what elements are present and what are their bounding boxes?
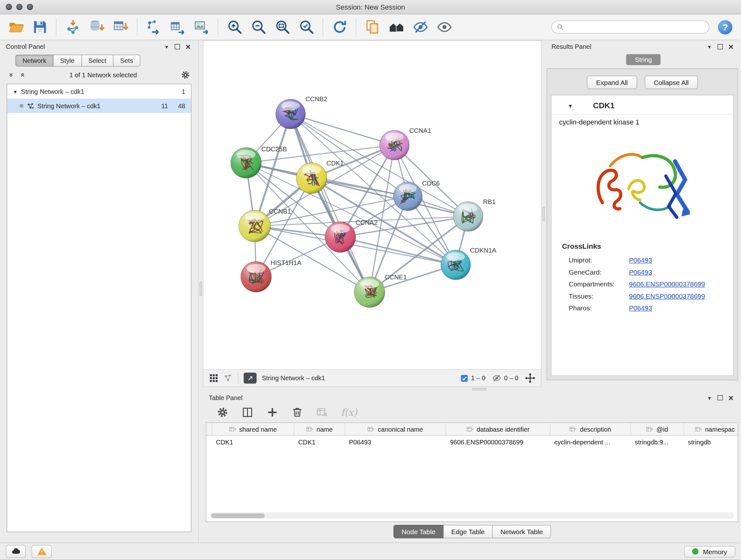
crosslink-label: Compartments: — [569, 280, 629, 288]
create-column-plus-icon[interactable] — [266, 406, 279, 419]
column-header-shared-name[interactable]: shared name — [212, 423, 294, 435]
results-panel-maximize-button[interactable] — [718, 44, 723, 50]
selected-checkbox-icon[interactable] — [461, 374, 468, 382]
column-header-namespac[interactable]: namespac — [684, 423, 738, 435]
control-panel-float-button[interactable]: ▾ — [162, 44, 171, 50]
help-button[interactable]: ? — [718, 20, 732, 34]
table-panel-float-button[interactable]: ▾ — [705, 394, 714, 401]
column-header-canonical-name[interactable]: canonical name — [345, 423, 447, 435]
horizontal-splitter[interactable] — [203, 387, 741, 391]
new-network-from-selection-button[interactable] — [143, 17, 165, 38]
tab-sets[interactable]: Sets — [113, 55, 140, 67]
crosslink-link[interactable]: P06493 — [629, 304, 652, 312]
gear-icon[interactable] — [181, 70, 191, 80]
table-cell[interactable]: cyclin-dependent ... — [550, 438, 631, 446]
tab-network[interactable]: Network — [15, 55, 53, 67]
export-image-button[interactable] — [191, 17, 212, 38]
zoom-out-button[interactable] — [248, 17, 270, 38]
overview-toggle-icon[interactable] — [224, 374, 233, 383]
table-cell[interactable]: CDK1 — [212, 438, 294, 446]
fit-content-crosshair-icon[interactable] — [525, 373, 536, 383]
grid-mode-icon[interactable] — [209, 374, 219, 383]
expand-all-button[interactable]: Expand All — [587, 76, 636, 89]
table-cell[interactable]: stringdb:9... — [631, 438, 684, 446]
results-panel-close-button[interactable]: × — [727, 43, 735, 51]
column-header-description[interactable]: description — [550, 423, 631, 435]
minimize-window-button[interactable] — [16, 4, 23, 10]
scrollbar-thumb[interactable] — [211, 513, 265, 518]
search-box — [551, 21, 710, 34]
hidden-eye-slash-icon[interactable] — [492, 374, 501, 383]
collapse-all-icon[interactable]: » — [7, 71, 16, 78]
apply-layout-button[interactable] — [328, 17, 350, 38]
network-row-selected[interactable]: String Network – cdk1 11 48 — [7, 99, 191, 113]
column-header-name[interactable]: name — [294, 423, 345, 435]
table-horizontal-scrollbar[interactable] — [210, 512, 734, 519]
tab-network-table[interactable]: Network Table — [492, 525, 551, 538]
export-table-button[interactable] — [166, 17, 189, 38]
import-network-file-button[interactable] — [62, 17, 84, 38]
string-network-icon — [27, 102, 34, 110]
zoom-fit-button[interactable] — [272, 17, 293, 38]
tab-style[interactable]: Style — [53, 55, 82, 67]
crosslinks-list: Uniprot:P06493GeneCard:P06493Compartment… — [551, 254, 733, 314]
column-header-database-identifier[interactable]: database identifier — [446, 423, 550, 435]
save-session-button[interactable] — [29, 17, 51, 38]
protein-section-header[interactable]: ▼ CDK1 — [551, 96, 733, 115]
expand-all-icon[interactable]: » — [18, 71, 26, 78]
splitter-handle[interactable] — [200, 282, 202, 296]
selection-mode-button[interactable] — [244, 373, 257, 384]
import-network-database-button[interactable] — [86, 17, 108, 38]
toolbar-separator — [218, 18, 219, 36]
tab-select[interactable]: Select — [81, 55, 113, 67]
crosslink-link[interactable]: P06493 — [629, 256, 652, 264]
crosslink-link[interactable]: 9606.ENSP00000378699 — [629, 292, 705, 300]
home-view-button[interactable] — [386, 17, 408, 38]
network-canvas[interactable]: CCNB2CCNA1CDC25BCDK1CDC6RB1CCNB1CCNA2CDK… — [204, 41, 541, 369]
table-panel-maximize-button[interactable] — [718, 395, 723, 401]
tab-string[interactable]: String — [626, 54, 661, 65]
table-options-gear-icon[interactable] — [216, 406, 229, 419]
table-row[interactable]: CDK1CDK1P064939606.ENSP00000378699cyclin… — [206, 436, 738, 448]
warnings-button[interactable] — [31, 545, 52, 558]
table-panel-close-button[interactable]: × — [727, 394, 735, 401]
left-splitter[interactable] — [199, 40, 203, 543]
zoom-window-button[interactable] — [27, 4, 33, 10]
table-cell[interactable]: stringdb — [684, 438, 738, 446]
tab-edge-table[interactable]: Edge Table — [443, 525, 493, 538]
control-panel-close-button[interactable]: × — [184, 43, 192, 51]
table-cell[interactable]: P06493 — [345, 438, 447, 446]
table-cell[interactable]: CDK1 — [294, 438, 345, 446]
memory-button[interactable]: Memory — [684, 546, 735, 557]
collapse-section-icon[interactable]: ▼ — [568, 103, 573, 109]
table-cell[interactable]: 9606.ENSP00000378699 — [446, 438, 550, 446]
duplicate-network-button[interactable] — [361, 17, 384, 38]
results-panel-float-button[interactable]: ▾ — [705, 44, 714, 50]
show-all-button[interactable] — [433, 17, 455, 38]
disclosure-triangle-icon[interactable]: ▼ — [13, 89, 18, 94]
import-table-button[interactable] — [110, 17, 132, 38]
crosslink-link[interactable]: P06493 — [629, 268, 652, 275]
right-splitter[interactable] — [542, 40, 546, 387]
close-window-button[interactable] — [6, 4, 12, 10]
network-collection-row[interactable]: ▼ String Network – cdk1 1 — [7, 84, 191, 99]
cloud-status-button[interactable] — [6, 545, 26, 558]
column-header--id[interactable]: @id — [631, 423, 684, 435]
collapse-all-button[interactable]: Collapse All — [645, 76, 698, 89]
hide-selected-button[interactable] — [409, 17, 431, 38]
network-edge[interactable] — [340, 237, 456, 265]
crosslink-link[interactable]: 9606.ENSP00000378699 — [629, 280, 705, 288]
network-edge[interactable] — [291, 114, 395, 145]
network-edge[interactable] — [291, 114, 370, 292]
splitter-handle[interactable] — [542, 206, 545, 221]
splitter-handle[interactable] — [472, 388, 486, 390]
open-session-button[interactable] — [5, 17, 27, 38]
delete-column-trash-icon[interactable] — [291, 406, 304, 419]
search-input[interactable] — [567, 23, 704, 31]
control-panel-maximize-button[interactable] — [175, 44, 180, 50]
zoom-selected-button[interactable] — [295, 17, 318, 38]
tab-node-table[interactable]: Node Table — [394, 525, 444, 538]
protein-name: CDK1 — [593, 101, 614, 111]
select-columns-icon[interactable] — [241, 406, 254, 419]
zoom-in-button[interactable] — [224, 17, 246, 38]
